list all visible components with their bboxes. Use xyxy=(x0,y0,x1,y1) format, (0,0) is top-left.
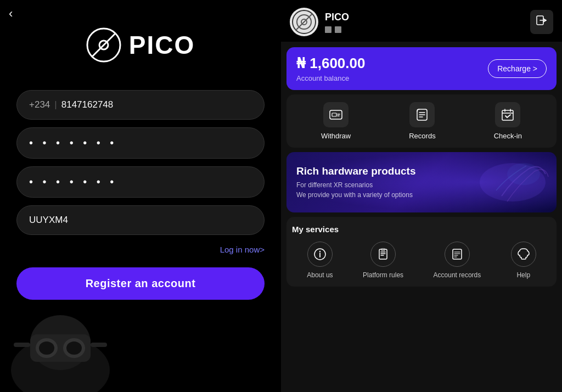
services-section: My services About us xyxy=(286,217,557,287)
pico-logo-icon xyxy=(86,27,121,63)
exit-icon[interactable] xyxy=(530,10,553,34)
profile-status-dots xyxy=(325,26,349,33)
profile-info: PICO xyxy=(325,12,349,33)
service-help[interactable]: Help xyxy=(511,242,536,279)
right-header: PICO xyxy=(281,0,562,42)
recharge-button[interactable]: Recharge > xyxy=(488,59,547,78)
account-records-icon xyxy=(445,242,470,267)
avatar xyxy=(290,8,318,36)
service-account-records[interactable]: Account records xyxy=(434,242,481,279)
platform-rules-icon xyxy=(370,242,396,267)
svg-rect-10 xyxy=(14,343,30,347)
register-button[interactable]: Register an account xyxy=(16,267,265,300)
svg-point-9 xyxy=(66,341,82,355)
svg-rect-41 xyxy=(453,249,462,259)
records-icon xyxy=(415,108,429,122)
status-dot-2 xyxy=(335,26,341,33)
login-link[interactable]: Log in now> xyxy=(220,245,265,254)
logo-area: PICO xyxy=(86,27,195,63)
balance-label: Account balance xyxy=(296,74,365,82)
phone-number-value: 8147162748 xyxy=(61,99,114,110)
svg-line-1 xyxy=(93,34,115,56)
balance-info: ₦ 1,600.00 Account balance xyxy=(296,55,365,82)
service-about-us[interactable]: About us xyxy=(307,242,333,279)
captcha-field[interactable]: UUYXM4 xyxy=(16,205,265,235)
platform-rules-label: Platform rules xyxy=(363,271,403,279)
balance-amount: ₦ 1,600.00 xyxy=(296,55,365,72)
confirm-password-field[interactable]: • • • • • • • xyxy=(16,166,265,198)
records-label: Records xyxy=(409,132,435,140)
profile-name: PICO xyxy=(325,12,349,23)
svg-point-7 xyxy=(39,341,54,355)
vr-headset-image xyxy=(0,304,121,392)
svg-rect-26 xyxy=(502,110,513,120)
help-icon xyxy=(511,242,536,267)
action-checkin[interactable]: Check-in xyxy=(494,102,522,140)
registration-form: +234 | 8147162748 • • • • • • • • • • • … xyxy=(16,90,265,300)
password-field[interactable]: • • • • • • • xyxy=(16,127,265,159)
right-panel: PICO ₦ 1,600.00 Account balance Recha xyxy=(281,0,562,392)
svg-rect-11 xyxy=(91,343,107,347)
svg-rect-35 xyxy=(379,249,387,259)
promo-banner[interactable]: Rich hardware products For different XR … xyxy=(286,152,557,212)
withdraw-icon-box xyxy=(323,102,349,127)
balance-value: 1,600.00 xyxy=(310,55,365,71)
captcha-value: UUYXM4 xyxy=(29,215,68,226)
service-platform-rules[interactable]: Platform rules xyxy=(363,242,403,279)
withdraw-icon xyxy=(329,108,343,122)
withdraw-label: Withdraw xyxy=(321,132,351,140)
status-dot-1 xyxy=(325,26,331,33)
services-row: About us Platform rules xyxy=(292,242,551,279)
currency-symbol: ₦ xyxy=(296,55,306,71)
records-icon-box xyxy=(409,102,435,127)
checkin-label: Check-in xyxy=(494,132,522,140)
profile-area: PICO xyxy=(290,8,349,36)
svg-rect-19 xyxy=(332,113,336,116)
banner-subtitle: For different XR scenariosWe provide you… xyxy=(296,180,547,200)
phone-prefix: +234 xyxy=(29,99,50,110)
svg-rect-18 xyxy=(330,110,342,119)
back-button[interactable]: ‹ xyxy=(9,7,13,21)
about-us-icon xyxy=(307,242,333,267)
banner-title: Rich hardware products xyxy=(296,165,547,177)
action-records[interactable]: Records xyxy=(409,102,435,140)
logo-text: PICO xyxy=(129,30,195,60)
confirm-dots: • • • • • • • xyxy=(29,176,117,188)
avatar-pico-logo xyxy=(291,9,317,35)
checkin-icon xyxy=(501,108,515,122)
balance-card: ₦ 1,600.00 Account balance Recharge > xyxy=(286,47,557,90)
help-label: Help xyxy=(516,271,530,279)
account-records-label: Account records xyxy=(434,271,481,279)
phone-field[interactable]: +234 | 8147162748 xyxy=(16,90,265,120)
services-title: My services xyxy=(292,225,551,234)
actions-row: Withdraw Records xyxy=(286,94,557,148)
action-withdraw[interactable]: Withdraw xyxy=(321,102,351,140)
password-dots: • • • • • • • xyxy=(29,137,117,149)
checkin-icon-box xyxy=(495,102,520,127)
left-panel: ‹ PICO +234 | 8147162748 • • • • • • • •… xyxy=(0,0,281,392)
about-us-label: About us xyxy=(307,271,333,279)
svg-point-34 xyxy=(319,251,321,252)
